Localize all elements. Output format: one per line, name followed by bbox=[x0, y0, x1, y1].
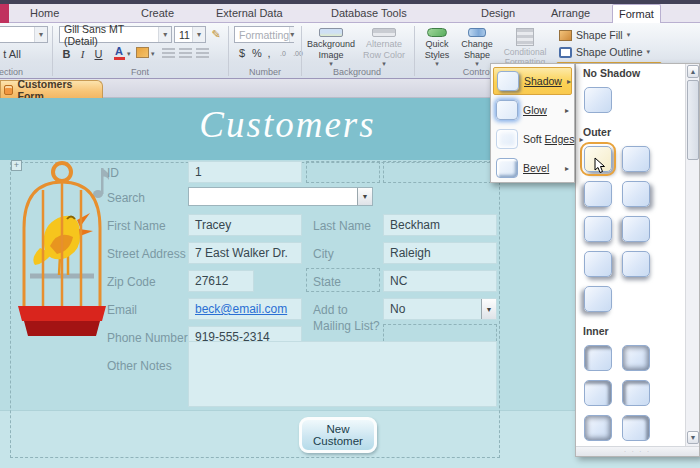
fill-color-bucket-icon[interactable] bbox=[136, 47, 149, 58]
shadow-style-thumbnail[interactable] bbox=[622, 345, 650, 371]
submenu-arrow-icon: ▸ bbox=[567, 77, 571, 86]
street-address-field[interactable]: 7 East Walker Dr. bbox=[188, 242, 302, 264]
shadow-style-thumbnail[interactable] bbox=[622, 181, 650, 207]
change-shape-button[interactable]: Change Shape▾ bbox=[457, 26, 497, 68]
email-field[interactable]: beck@email.com bbox=[188, 298, 302, 320]
shadow-gallery: No ShadowOuterInnerPerspective ▲ ▼ · · ·… bbox=[575, 63, 700, 457]
mailing-list-combo[interactable]: No▼ bbox=[383, 298, 497, 320]
alternate-row-color-button[interactable]: Alternate Row Color▾ bbox=[358, 26, 410, 68]
gallery-section-header: No Shadow bbox=[576, 64, 686, 81]
shadow-style-thumbnail[interactable] bbox=[584, 146, 612, 172]
shadow-style-thumbnail[interactable] bbox=[584, 415, 612, 441]
align-right-icon[interactable] bbox=[196, 48, 209, 58]
dropdown-arrow-icon[interactable]: ▾ bbox=[192, 27, 205, 42]
form-title[interactable]: Customers bbox=[0, 103, 575, 155]
comma-button[interactable]: , bbox=[265, 46, 273, 60]
search-combo[interactable]: ▼ bbox=[188, 187, 373, 206]
shadow-preview-icon bbox=[497, 71, 519, 91]
select-all-button[interactable]: t All bbox=[0, 47, 30, 61]
first-name-field[interactable]: Tracey bbox=[188, 214, 302, 236]
new-customer-button[interactable]: New Customer bbox=[299, 417, 377, 453]
number-format-combo[interactable]: Formatting▾ bbox=[234, 26, 294, 43]
decrease-decimals-icon[interactable]: .00 bbox=[290, 47, 306, 59]
shadow-style-thumbnail[interactable] bbox=[584, 286, 612, 312]
align-left-icon[interactable] bbox=[162, 48, 175, 58]
mouse-cursor-icon bbox=[594, 157, 606, 174]
glow-preview-icon bbox=[496, 100, 518, 120]
font-name-combo[interactable]: Gill Sans MT (Detail)▾ bbox=[59, 26, 172, 43]
other-notes-field[interactable] bbox=[188, 341, 497, 407]
scrollbar-thumb[interactable] bbox=[687, 80, 699, 160]
street-address-label: Street Address bbox=[107, 247, 186, 261]
tab-arrange[interactable]: Arrange bbox=[545, 4, 596, 23]
state-field[interactable]: NC bbox=[383, 270, 497, 292]
background-group-label: Background bbox=[322, 67, 392, 79]
menu-item-soft-edges[interactable]: Soft Edges ▸ bbox=[493, 125, 572, 153]
tab-design[interactable]: Design bbox=[475, 4, 521, 23]
format-painter-icon[interactable]: ✎ bbox=[208, 26, 224, 43]
dropdown-arrow-icon[interactable]: ▾ bbox=[151, 50, 155, 58]
document-tab-customers-form[interactable]: Customers Form bbox=[0, 80, 103, 98]
dropdown-arrow-icon[interactable]: ▼ bbox=[481, 299, 496, 319]
shadow-style-thumbnail[interactable] bbox=[584, 87, 612, 113]
dropdown-arrow-icon[interactable]: ▼ bbox=[357, 188, 372, 205]
shadow-style-thumbnail[interactable] bbox=[622, 251, 650, 277]
currency-button[interactable]: $ bbox=[236, 46, 248, 60]
selection-object-combo[interactable]: ch ▾ bbox=[0, 26, 48, 43]
increase-decimals-icon[interactable]: .0 bbox=[276, 47, 290, 59]
bevel-preview-icon bbox=[496, 158, 518, 178]
tab-external-data[interactable]: External Data bbox=[210, 4, 289, 23]
shadow-style-thumbnail[interactable] bbox=[622, 216, 650, 242]
gallery-resize-grip[interactable]: · · · · bbox=[576, 446, 699, 456]
gallery-scrollbar[interactable]: ▲ ▼ bbox=[685, 64, 699, 456]
tab-home[interactable]: Home bbox=[24, 4, 65, 23]
scroll-up-icon[interactable]: ▲ bbox=[687, 65, 699, 78]
align-center-icon[interactable] bbox=[179, 48, 192, 58]
file-tab-partial[interactable] bbox=[0, 4, 9, 25]
shadow-style-thumbnail[interactable] bbox=[584, 345, 612, 371]
city-field[interactable]: Raleigh bbox=[383, 242, 497, 264]
last-name-field[interactable]: Beckham bbox=[383, 214, 497, 236]
phone-number-label: Phone Number bbox=[107, 331, 188, 345]
gallery-section-header: Outer bbox=[576, 123, 686, 140]
shadow-style-thumbnail[interactable] bbox=[584, 251, 612, 277]
tab-database-tools[interactable]: Database Tools bbox=[325, 4, 413, 23]
menu-item-shadow[interactable]: Shadow ▸ bbox=[493, 67, 572, 95]
last-name-label: Last Name bbox=[313, 219, 371, 233]
quick-styles-button[interactable]: Quick Styles▾ bbox=[417, 26, 457, 68]
background-image-button[interactable]: Background Image▾ bbox=[305, 26, 357, 68]
email-link[interactable]: beck@email.com bbox=[195, 302, 287, 316]
tab-create[interactable]: Create bbox=[135, 4, 180, 23]
email-label: Email bbox=[107, 303, 137, 317]
shadow-gallery-body: No ShadowOuterInnerPerspective bbox=[576, 64, 686, 446]
bold-button[interactable]: B bbox=[60, 46, 73, 61]
number-group-label: Number bbox=[230, 67, 300, 79]
scroll-down-icon[interactable]: ▼ bbox=[687, 431, 699, 444]
ribbon-tab-strip: Home Create External Data Database Tools… bbox=[0, 4, 700, 23]
id-field[interactable]: 1 bbox=[188, 161, 302, 183]
shadow-style-thumbnail[interactable] bbox=[622, 415, 650, 441]
dropdown-arrow-icon[interactable]: ▾ bbox=[127, 50, 131, 58]
shadow-style-thumbnail[interactable] bbox=[584, 181, 612, 207]
shape-effects-menu: Shadow ▸ Glow ▸ Soft Edges ▸ Bevel ▸ bbox=[490, 63, 575, 183]
dropdown-arrow-icon[interactable]: ▾ bbox=[289, 27, 294, 42]
font-size-combo[interactable]: 11▾ bbox=[174, 26, 206, 43]
shadow-style-thumbnail[interactable] bbox=[584, 216, 612, 242]
shadow-style-thumbnail[interactable] bbox=[622, 146, 650, 172]
conditional-formatting-button[interactable]: Conditional Formatting bbox=[497, 26, 553, 68]
dropdown-arrow-icon[interactable]: ▾ bbox=[34, 27, 47, 42]
shape-fill-icon bbox=[559, 30, 572, 41]
percent-button[interactable]: % bbox=[250, 46, 264, 60]
shape-fill-button[interactable]: Shape Fill▾ bbox=[556, 28, 662, 42]
dropdown-arrow-icon[interactable]: ▾ bbox=[158, 27, 171, 42]
menu-item-bevel[interactable]: Bevel ▸ bbox=[493, 154, 572, 182]
shape-outline-button[interactable]: Shape Outline▾ bbox=[556, 45, 662, 59]
font-color-button[interactable]: A bbox=[112, 45, 126, 61]
tab-format[interactable]: Format bbox=[612, 4, 661, 23]
shadow-style-thumbnail[interactable] bbox=[622, 380, 650, 406]
zip-code-field[interactable]: 27612 bbox=[188, 270, 254, 292]
italic-button[interactable]: I bbox=[76, 46, 89, 61]
shadow-style-thumbnail[interactable] bbox=[584, 380, 612, 406]
underline-button[interactable]: U bbox=[92, 46, 105, 61]
menu-item-glow[interactable]: Glow ▸ bbox=[493, 96, 572, 124]
